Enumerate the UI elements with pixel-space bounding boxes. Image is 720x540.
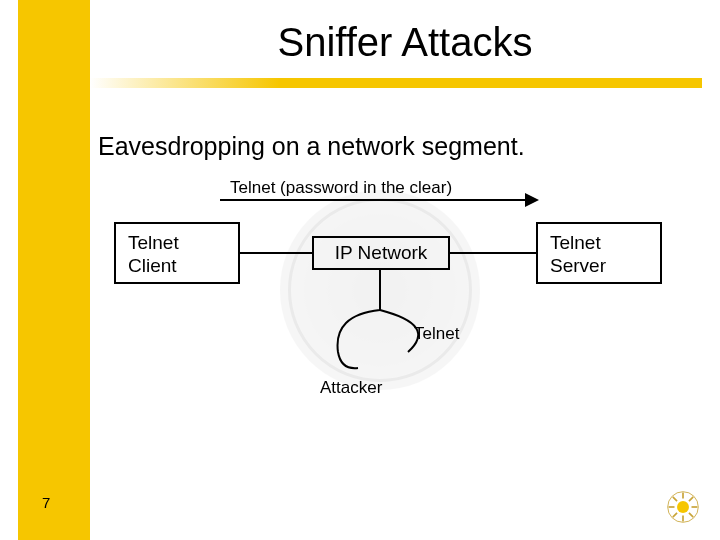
arrow-label: Telnet (password in the clear)	[230, 178, 452, 198]
svg-line-8	[689, 497, 693, 501]
ip-network-box: IP Network	[312, 236, 450, 270]
title-underline	[90, 78, 702, 88]
client-line1: Telnet	[128, 232, 226, 255]
connector-ip-server	[450, 252, 536, 254]
svg-line-6	[673, 497, 677, 501]
telnet-server-box: Telnet Server	[536, 222, 662, 284]
server-line2: Server	[550, 255, 648, 278]
server-line1: Telnet	[550, 232, 648, 255]
svg-line-9	[673, 513, 677, 517]
arrow-head-icon	[525, 193, 539, 207]
arrow-line	[220, 199, 530, 201]
sun-logo-icon	[666, 490, 700, 524]
client-line2: Client	[128, 255, 226, 278]
branch-label: Telnet	[414, 324, 459, 344]
svg-point-1	[677, 501, 689, 513]
svg-line-7	[689, 513, 693, 517]
sidebar-accent	[18, 0, 90, 540]
slide-subtitle: Eavesdropping on a network segment.	[98, 132, 525, 161]
connector-client-ip	[240, 252, 312, 254]
page-number: 7	[42, 494, 50, 511]
slide-title: Sniffer Attacks	[90, 20, 720, 65]
attacker-label: Attacker	[320, 378, 382, 398]
attacker-tap-line	[308, 270, 468, 370]
telnet-client-box: Telnet Client	[114, 222, 240, 284]
